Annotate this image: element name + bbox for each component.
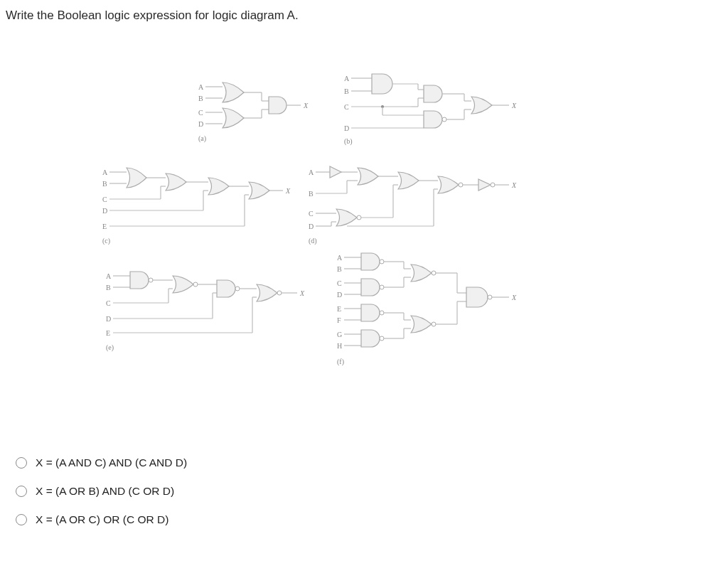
caption-d: (d) bbox=[309, 237, 317, 245]
label-c-A: A bbox=[102, 169, 108, 176]
caption-a: (a) bbox=[198, 134, 206, 143]
label-e-B: B bbox=[106, 284, 111, 292]
label-b-D: D bbox=[344, 124, 349, 132]
svg-point-108 bbox=[432, 271, 436, 275]
radio-icon bbox=[16, 514, 27, 525]
svg-point-81 bbox=[235, 287, 240, 291]
radio-icon bbox=[16, 486, 27, 497]
label-e-out: X bbox=[299, 289, 305, 297]
option-3[interactable]: X = (A OR C) OR (C OR D) bbox=[16, 513, 722, 526]
label-c-out: X bbox=[285, 187, 291, 195]
svg-point-25 bbox=[442, 117, 446, 122]
svg-point-86 bbox=[277, 291, 282, 295]
option-3-label: X = (A OR C) OR (C OR D) bbox=[36, 513, 168, 526]
label-b-B: B bbox=[344, 87, 349, 95]
svg-point-65 bbox=[459, 183, 463, 187]
svg-point-120 bbox=[488, 295, 492, 299]
label-a-A: A bbox=[198, 83, 204, 91]
option-2[interactable]: X = (A OR B) AND (C OR D) bbox=[16, 485, 722, 498]
diagram-b: A B C D bbox=[340, 73, 525, 151]
option-2-label: X = (A OR B) AND (C OR D) bbox=[36, 485, 174, 498]
label-e-A: A bbox=[106, 272, 112, 280]
caption-f: (f) bbox=[337, 358, 344, 366]
label-d-out: X bbox=[511, 181, 517, 189]
label-d-B: B bbox=[309, 190, 314, 198]
diagram-f: A B C D E F G H bbox=[333, 250, 532, 375]
diagram-a: A B C D X (a) bbox=[194, 80, 315, 144]
diagram-c: A B C D E X (c) bbox=[98, 165, 297, 250]
label-d-A: A bbox=[309, 169, 314, 176]
label-f-F: F bbox=[337, 316, 341, 324]
diagrams-area: A B C D X (a) bbox=[6, 37, 722, 435]
label-b-A: A bbox=[344, 75, 350, 82]
svg-point-90 bbox=[380, 260, 384, 264]
diagram-e: A B C D E bbox=[102, 264, 315, 357]
label-c-C: C bbox=[102, 196, 107, 203]
label-b-C: C bbox=[344, 103, 349, 111]
diagram-d: A B C D bbox=[304, 165, 525, 250]
label-c-E: E bbox=[102, 223, 107, 230]
label-f-out: X bbox=[511, 294, 517, 301]
label-f-D: D bbox=[337, 291, 342, 299]
label-f-G: G bbox=[337, 331, 342, 338]
label-f-A: A bbox=[337, 254, 343, 262]
answer-options: X = (A AND C) AND (C AND D) X = (A OR B)… bbox=[6, 456, 722, 526]
label-f-H: H bbox=[337, 342, 342, 350]
label-f-E: E bbox=[337, 305, 341, 313]
label-e-C: C bbox=[106, 299, 111, 307]
caption-e: (e) bbox=[106, 343, 114, 352]
svg-point-76 bbox=[193, 282, 198, 287]
svg-point-57 bbox=[357, 215, 361, 220]
label-a-B: B bbox=[198, 95, 203, 102]
caption-c: (c) bbox=[102, 237, 110, 245]
svg-point-98 bbox=[380, 311, 384, 315]
label-f-C: C bbox=[337, 279, 342, 287]
caption-b: (b) bbox=[344, 137, 353, 146]
label-b-out: X bbox=[511, 102, 517, 109]
option-1-label: X = (A AND C) AND (C AND D) bbox=[36, 456, 187, 469]
option-1[interactable]: X = (A AND C) AND (C AND D) bbox=[16, 456, 722, 469]
label-f-B: B bbox=[337, 265, 342, 273]
label-d-D: D bbox=[309, 223, 314, 230]
label-c-D: D bbox=[102, 207, 107, 215]
svg-point-67 bbox=[491, 183, 495, 187]
svg-point-71 bbox=[149, 278, 153, 282]
question-text: Write the Boolean logic expression for l… bbox=[6, 9, 722, 23]
radio-icon bbox=[16, 457, 27, 469]
label-e-E: E bbox=[106, 329, 110, 337]
label-a-D: D bbox=[198, 120, 203, 128]
label-a-out: X bbox=[303, 102, 309, 109]
label-a-C: C bbox=[198, 109, 203, 117]
label-c-B: B bbox=[102, 180, 107, 188]
svg-point-114 bbox=[432, 322, 436, 326]
label-e-D: D bbox=[106, 315, 111, 323]
svg-point-94 bbox=[380, 285, 384, 289]
svg-point-102 bbox=[380, 336, 384, 341]
label-d-C: C bbox=[309, 210, 314, 218]
